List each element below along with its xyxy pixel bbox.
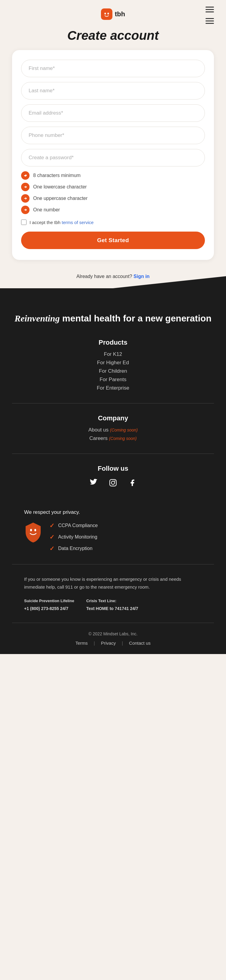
email-input[interactable] [21,104,205,122]
hotline-label-2: Crisis Text Line: [86,598,138,604]
svg-point-1 [104,13,106,14]
logo: tbh [101,8,125,20]
privacy-title: We respect your privacy. [24,509,202,515]
tagline-rest: mental health for a new generation [60,313,211,323]
check-icon-3: ✓ [49,545,54,552]
terms-row: I accept the tbh terms of service [21,220,205,225]
tagline-cursive: Reinventing [14,313,60,323]
svg-point-11 [34,529,36,531]
logo-text: tbh [115,10,125,18]
req-icon-2 [21,183,30,191]
signin-text: Already have an account? [76,274,132,279]
first-name-input[interactable] [21,60,205,77]
company-title: Company [12,414,214,422]
follow-section: Follow us [12,465,214,488]
divider-pipe-1: | [94,641,95,646]
careers-label: Careers [89,436,107,441]
req-text-2: One lowercase character [33,184,87,190]
svg-point-10 [30,529,32,531]
terms-link[interactable]: terms of service [62,220,94,225]
hotline-number-2: Text HOME to 741741 24/7 [86,605,138,612]
emergency-text: If you or someone you know is experienci… [24,575,202,591]
follow-title: Follow us [12,465,214,473]
hotline-crisis: Crisis Text Line: Text HOME to 741741 24… [86,598,138,612]
req-item: One lowercase character [21,183,205,191]
tagline: Reinventing mental health for a new gene… [12,306,214,324]
tagline-text: Reinventing mental health for a new gene… [12,312,214,324]
hotline-label-1: Suicide Prevention Lifeline [24,598,74,604]
req-icon-3 [21,194,30,203]
dark-section: Reinventing mental health for a new gene… [0,288,226,654]
product-link-k12[interactable]: For K12 [104,351,122,357]
get-started-button[interactable]: Get Started [21,232,205,249]
terms-checkbox[interactable] [21,220,27,225]
social-row [12,477,214,488]
company-section: Company About us (Coming soon) Careers (… [12,414,214,441]
product-link-enterprise[interactable]: For Enterprise [97,385,129,391]
check-label-1: CCPA Compliance [58,523,98,528]
phone-input[interactable] [21,127,205,144]
svg-point-9 [114,480,115,481]
company-item-careers: Careers (Coming soon) [89,436,137,441]
req-icon-1 [21,171,30,180]
check-icon-1: ✓ [49,522,54,529]
svg-rect-0 [101,8,112,20]
req-text-1: 8 characters minimum [33,173,80,178]
company-item-about: About us (Coming soon) [88,427,138,433]
header: tbh [0,0,226,23]
careers-badge: (Coming soon) [109,436,137,441]
about-label: About us [88,427,108,433]
products-title: Products [12,339,214,347]
privacy-footer-link[interactable]: Privacy [101,641,116,646]
instagram-icon[interactable] [108,477,118,488]
check-activity: ✓ Activity Monitoring [49,533,98,541]
privacy-checks: ✓ CCPA Compliance ✓ Activity Monitoring … [49,522,98,552]
logo-icon [101,8,112,20]
check-ccpa: ✓ CCPA Compliance [49,522,98,529]
svg-rect-7 [110,479,116,486]
svg-point-2 [107,13,109,14]
req-icon-4 [21,206,30,214]
req-text-4: One number [33,207,60,213]
about-badge: (Coming soon) [110,428,138,433]
password-input[interactable] [21,149,205,167]
svg-point-8 [111,481,115,485]
menu-button-bottom[interactable] [205,18,214,24]
terms-footer-link[interactable]: Terms [75,641,88,646]
product-link-children[interactable]: For Children [99,368,127,374]
twitter-icon[interactable] [88,477,99,488]
company-links: About us (Coming soon) Careers (Coming s… [12,427,214,441]
page-title: Create account [0,29,226,43]
check-encryption: ✓ Data Encryption [49,545,98,552]
page-title-section: Create account [0,23,226,50]
req-text-3: One uppercase character [33,196,88,201]
terms-text: I accept the tbh terms of service [30,220,94,225]
req-item: One number [21,206,205,214]
last-name-input[interactable] [21,82,205,100]
products-links: For K12 For Higher Ed For Children For P… [12,351,214,391]
contact-footer-link[interactable]: Contact us [129,641,151,646]
signin-link[interactable]: Sign in [134,274,150,279]
req-item: One uppercase character [21,194,205,203]
product-link-parents[interactable]: For Parents [100,377,127,383]
form-card: 8 characters minimum One lowercase chara… [12,50,214,260]
menu-button-top[interactable] [205,6,214,12]
products-section: Products For K12 For Higher Ed For Child… [12,339,214,391]
privacy-section: We respect your privacy. ✓ CCPA Complian… [12,500,214,552]
divider-1 [12,403,214,404]
bottom-bar: © 2022 Mindset Labs, Inc. Terms | Privac… [12,623,214,654]
divider-pipe-2: | [122,641,123,646]
req-item: 8 characters minimum [21,171,205,180]
password-requirements: 8 characters minimum One lowercase chara… [21,171,205,214]
emergency-section: If you or someone you know is experienci… [12,564,214,623]
product-link-higher-ed[interactable]: For Higher Ed [97,360,129,366]
check-label-2: Activity Monitoring [58,535,97,540]
hotline-number-1: +1 (800) 273-8255 24/7 [24,605,74,612]
copyright: © 2022 Mindset Labs, Inc. [24,632,202,636]
hotline-row: Suicide Prevention Lifeline +1 (800) 273… [24,598,202,612]
privacy-content: ✓ CCPA Compliance ✓ Activity Monitoring … [24,522,202,552]
hotline-suicide: Suicide Prevention Lifeline +1 (800) 273… [24,598,74,612]
facebook-icon[interactable] [127,477,138,488]
divider-2 [12,453,214,454]
check-label-3: Data Encryption [58,546,92,551]
